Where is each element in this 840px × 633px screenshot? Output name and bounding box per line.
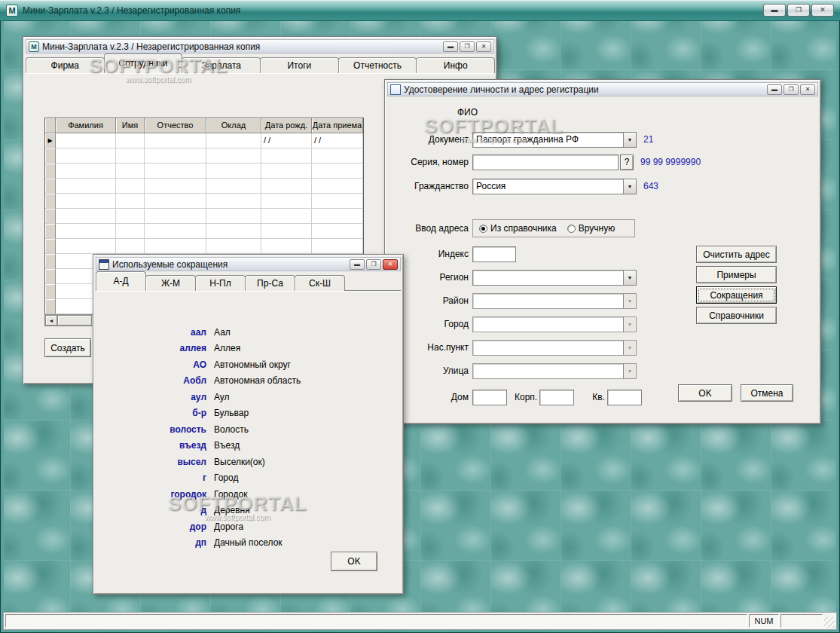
scroll-left-icon[interactable]: ◄	[45, 315, 57, 326]
radio-manual[interactable]: Вручную	[567, 223, 615, 234]
tab-Н-Пл[interactable]: Н-Пл	[195, 275, 246, 291]
close-button[interactable]: ✕	[476, 41, 491, 52]
table-row[interactable]	[45, 239, 363, 254]
radio-icon	[567, 225, 576, 233]
abbreviation-short: аллея	[96, 343, 210, 353]
maximize-button[interactable]: ❐	[366, 259, 381, 270]
column-header[interactable]: Имя	[116, 118, 145, 133]
series-help-button[interactable]: ?	[620, 154, 634, 170]
abbr-tabpage: аалАалаллеяАллеяАОАвтономный округАоблАв…	[96, 290, 401, 592]
ok-button[interactable]: OK	[678, 384, 732, 402]
close-button[interactable]: ✕	[800, 84, 815, 95]
table-row[interactable]	[45, 164, 363, 179]
chevron-down-icon: ▼	[623, 317, 636, 332]
close-button[interactable]: ✕	[383, 259, 398, 270]
tab-Ск-Ш[interactable]: Ск-Ш	[295, 275, 345, 291]
tab-Инфо[interactable]: Инфо	[416, 57, 495, 73]
document-combobox[interactable]: Паспорт гражданина РФ ▼	[472, 132, 637, 148]
close-button[interactable]: ✕	[811, 4, 834, 17]
statusbar-panel	[5, 614, 747, 628]
abbreviations-button[interactable]: Сокращения	[696, 286, 777, 304]
tab-Пр-Са[interactable]: Пр-Са	[245, 275, 295, 291]
chevron-down-icon[interactable]: ▼	[623, 133, 636, 147]
abbreviation-full: Въезд	[210, 440, 240, 451]
table-row[interactable]: ▶/ // /	[45, 133, 363, 148]
abbreviation-full: Дорога	[210, 521, 243, 532]
chevron-down-icon[interactable]: ▼	[623, 271, 636, 285]
table-row[interactable]	[45, 224, 363, 239]
table-cell	[206, 224, 261, 239]
column-header[interactable]: Отчество	[145, 118, 206, 133]
series-number-input[interactable]	[472, 154, 619, 170]
table-row[interactable]	[45, 194, 363, 209]
chevron-down-icon: ▼	[623, 364, 636, 378]
abbreviation-item: аллеяАллея	[96, 341, 401, 357]
document-code: 21	[643, 134, 653, 145]
abbreviation-item: гГород	[96, 470, 401, 487]
radio-from-directory[interactable]: Из справочника	[479, 223, 557, 234]
maximize-button[interactable]: ❐	[783, 84, 799, 95]
table-row[interactable]	[45, 209, 363, 224]
resize-grip-icon[interactable]	[824, 617, 835, 628]
identity-dialog-icon	[390, 84, 401, 95]
table-cell	[261, 224, 312, 239]
abbreviations-titlebar[interactable]: Используемые сокращения ▬ ❐ ✕	[96, 257, 401, 271]
index-input[interactable]	[472, 246, 516, 262]
building-input[interactable]	[539, 390, 574, 405]
scroll-thumb[interactable]	[57, 315, 92, 326]
identity-titlebar[interactable]: Удостоверение личности и адрес регистрац…	[387, 82, 818, 96]
apartment-input[interactable]	[607, 390, 642, 405]
column-header[interactable]: Дата рожд.	[261, 118, 312, 133]
tab-Итоги[interactable]: Итоги	[260, 57, 339, 73]
table-cell	[145, 148, 206, 164]
abbreviation-item: АОАвтономный округ	[96, 356, 401, 373]
employees-titlebar[interactable]: M Мини-Зарплата v.2.3 / Незарегистрирова…	[26, 39, 494, 54]
table-row[interactable]	[45, 148, 363, 164]
address-mode-label: Ввод адреса	[392, 223, 469, 234]
row-selector-cell	[45, 299, 56, 314]
house-input[interactable]	[472, 390, 507, 405]
chevron-down-icon[interactable]: ▼	[623, 179, 636, 194]
create-button[interactable]: Создать	[44, 338, 91, 357]
column-header[interactable]: Фамилия	[56, 118, 116, 133]
tab-А-Д[interactable]: А-Д	[96, 271, 146, 291]
minimize-button[interactable]: ▬	[763, 4, 786, 17]
minimize-button[interactable]: ▬	[350, 259, 365, 270]
abbreviation-full: Бульвар	[210, 408, 249, 418]
row-selector-cell	[45, 269, 56, 284]
cancel-button[interactable]: Отмена	[741, 384, 793, 402]
citizenship-label: Гражданство	[392, 181, 469, 191]
window-controls: ▬ ❐ ✕	[763, 4, 834, 17]
table-cell	[261, 194, 312, 209]
abbreviations-dialog-title: Используемые сокращения	[112, 259, 345, 270]
table-cell	[206, 179, 261, 194]
address-mode-group: Из справочника Вручную	[472, 219, 635, 237]
citizenship-combobox[interactable]: Россия ▼	[472, 179, 637, 194]
settlement-row: Нас.пункт ▼	[392, 339, 637, 356]
table-cell	[145, 164, 206, 179]
row-selector-cell	[45, 148, 56, 164]
tab-Зарплата[interactable]: Зарплата	[182, 57, 261, 73]
tab-Отчетность[interactable]: Отчетность	[338, 57, 417, 73]
row-selector-cell	[45, 164, 56, 179]
ok-button[interactable]: OK	[331, 552, 377, 571]
table-row[interactable]	[45, 179, 363, 194]
main-titlebar[interactable]: M Мини-Зарплата v.2.3 / Незарегистрирова…	[0, 0, 840, 21]
tab-Сотрудники[interactable]: Сотрудники	[104, 54, 183, 73]
clear-address-button[interactable]: Очистить адрес	[696, 246, 777, 263]
directories-button[interactable]: Справочники	[696, 307, 777, 324]
minimize-button[interactable]: ▬	[443, 41, 458, 52]
app-icon: M	[6, 5, 18, 17]
citizenship-code: 643	[643, 181, 658, 191]
examples-button[interactable]: Примеры	[696, 266, 777, 283]
tab-Фирма[interactable]: Фирма	[26, 57, 105, 73]
tab-Ж-М[interactable]: Ж-М	[145, 275, 196, 291]
row-selector-cell	[45, 239, 56, 254]
column-header[interactable]: Дата приема	[312, 118, 363, 133]
column-header[interactable]: Оклад	[206, 118, 261, 133]
region-combobox[interactable]: ▼	[472, 270, 637, 286]
minimize-button[interactable]: ▬	[767, 84, 782, 95]
restore-button[interactable]: ❐	[787, 4, 810, 17]
maximize-button[interactable]: ❐	[460, 41, 475, 52]
street-combobox: ▼	[472, 363, 637, 379]
